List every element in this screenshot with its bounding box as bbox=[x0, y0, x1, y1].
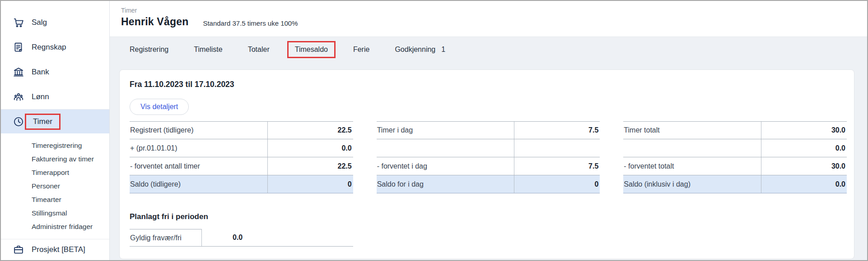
planned-leave-heading: Planlagt fri i perioden bbox=[130, 212, 847, 221]
app-window: SalgRegnskapBankLønn Timer Timeregistrer… bbox=[0, 0, 868, 261]
breadcrumb: Timer bbox=[121, 7, 188, 14]
period-title: Fra 11.10.2023 til 17.10.2023 bbox=[130, 80, 847, 89]
balance-tables: Registrert (tidligere)22.5+ (pr.01.01.01… bbox=[130, 121, 847, 193]
clock-icon bbox=[12, 115, 24, 128]
table-row: Registrert (tidligere)22.5 bbox=[130, 121, 353, 139]
sidebar-sub-items: TimeregistreringFakturering av timerTime… bbox=[1, 139, 109, 234]
sidebar-item-prosjekt[interactable]: Prosjekt [BETA] bbox=[1, 239, 109, 260]
sidebar: SalgRegnskapBankLønn Timer Timeregistrer… bbox=[1, 1, 110, 260]
row-value: 22.5 bbox=[267, 122, 353, 139]
sidebar-subitem-administrer-fridager[interactable]: Administrer fridager bbox=[1, 220, 109, 234]
timesaldo-card: Fra 11.10.2023 til 17.10.2023 Vis detalj… bbox=[119, 69, 854, 259]
row-label bbox=[623, 139, 761, 157]
table-row: Gyldig fravær/fri 0.0 bbox=[130, 229, 353, 247]
saldo-row: Saldo (tidligere)0 bbox=[130, 175, 353, 193]
sidebar-item-label: Prosjekt [BETA] bbox=[32, 245, 85, 254]
tab-ferie[interactable]: Ferie bbox=[353, 46, 369, 54]
table-row: - forventet i dag7.5 bbox=[377, 157, 600, 175]
row-label: Saldo (tidligere) bbox=[130, 175, 267, 193]
title-block: Timer Henrik Vågen bbox=[121, 7, 188, 28]
sidebar-item-l-nn[interactable]: Lønn bbox=[1, 84, 109, 109]
planned-leave-table: Gyldig fravær/fri 0.0 bbox=[130, 229, 353, 247]
main-area: Timer Henrik Vågen Standard 37.5 timers … bbox=[110, 1, 867, 260]
tab-label: Timesaldo bbox=[295, 46, 328, 53]
row-value: 0.0 bbox=[761, 175, 847, 193]
sidebar-subitem-timearter[interactable]: Timearter bbox=[1, 193, 109, 206]
tab-label: Godkjenning bbox=[395, 46, 435, 53]
row-label: - forventet totalt bbox=[623, 157, 761, 175]
sidebar-item-label: Timer bbox=[33, 117, 52, 126]
sidebar-subitem-personer[interactable]: Personer bbox=[1, 179, 109, 193]
sidebar-subitem-timeregistrering[interactable]: Timeregistrering bbox=[1, 139, 109, 152]
row-label: Gyldig fravær/fri bbox=[130, 229, 202, 246]
tab-label: Totaler bbox=[248, 46, 270, 53]
row-label: Registrert (tidligere) bbox=[130, 122, 267, 139]
briefcase-icon bbox=[12, 244, 24, 256]
table-row: Timer totalt30.0 bbox=[623, 121, 847, 139]
row-label: Saldo (inklusiv i dag) bbox=[623, 175, 761, 193]
row-label: + (pr.01.01.01) bbox=[130, 139, 267, 157]
row-value: 0.0 bbox=[202, 229, 243, 246]
row-value bbox=[514, 139, 600, 157]
balance-table-2: Timer i dag7.5- forventet i dag7.5Saldo … bbox=[377, 121, 600, 193]
page-header: Timer Henrik Vågen Standard 37.5 timers … bbox=[110, 1, 867, 37]
tab-totaler[interactable]: Totaler bbox=[248, 46, 270, 54]
sidebar-item-label: Bank bbox=[32, 68, 49, 77]
table-row: Timer i dag7.5 bbox=[377, 121, 600, 139]
sidebar-subitem-stillingsmal[interactable]: Stillingsmal bbox=[1, 206, 109, 220]
balance-table-1: Registrert (tidligere)22.5+ (pr.01.01.01… bbox=[130, 121, 353, 193]
sidebar-subitem-fakturering-av-timer[interactable]: Fakturering av timer bbox=[1, 152, 109, 166]
row-value: 30.0 bbox=[761, 122, 847, 139]
tab-label: Ferie bbox=[353, 46, 369, 53]
employment-standard-text: Standard 37.5 timers uke 100% bbox=[203, 19, 298, 27]
sidebar-item-regnskap[interactable]: Regnskap bbox=[1, 35, 109, 60]
sidebar-item-label: Regnskap bbox=[32, 43, 66, 52]
row-label: Timer i dag bbox=[377, 122, 514, 139]
table-row: + (pr.01.01.01)0.0 bbox=[130, 139, 353, 157]
row-value: 7.5 bbox=[514, 122, 600, 139]
table-row: 0.0 bbox=[623, 139, 847, 157]
tab-timeliste[interactable]: Timeliste bbox=[194, 46, 222, 54]
saldo-row: Saldo (inklusiv i dag)0.0 bbox=[623, 175, 847, 193]
sidebar-item-salg[interactable]: Salg bbox=[1, 10, 109, 35]
tab-label: Timeliste bbox=[194, 46, 222, 53]
row-value: 0 bbox=[267, 175, 353, 193]
tab-godkjenning[interactable]: Godkjenning1 bbox=[395, 46, 445, 54]
tab-label: Registrering bbox=[130, 46, 168, 53]
sidebar-main-items: SalgRegnskapBankLønn bbox=[1, 10, 109, 109]
annotation-box-timer: Timer bbox=[25, 114, 61, 130]
balance-table-3: Timer totalt30.00.0- forventet totalt30.… bbox=[623, 121, 847, 193]
cart-icon bbox=[12, 16, 24, 28]
row-value: 0.0 bbox=[267, 139, 353, 157]
sidebar-item-timer[interactable]: Timer bbox=[1, 110, 109, 133]
table-row: - forventet totalt30.0 bbox=[623, 157, 847, 175]
tab-count-badge: 1 bbox=[441, 46, 445, 53]
tab-registrering[interactable]: Registrering bbox=[130, 46, 168, 54]
bank-icon bbox=[12, 66, 24, 78]
row-label: Timer totalt bbox=[623, 122, 761, 139]
row-label: - forventet i dag bbox=[377, 157, 514, 175]
table-row bbox=[377, 139, 600, 157]
show-detailed-button[interactable]: Vis detaljert bbox=[130, 99, 189, 115]
tab-timesaldo[interactable]: Timesaldo bbox=[287, 41, 336, 58]
row-value: 22.5 bbox=[267, 157, 353, 175]
page-title: Henrik Vågen bbox=[121, 16, 188, 28]
ledger-icon bbox=[12, 41, 24, 53]
table-row: - forventet antall timer22.5 bbox=[130, 157, 353, 175]
sidebar-subitem-timerapport[interactable]: Timerapport bbox=[1, 166, 109, 179]
tab-bar: RegistreringTimelisteTotalerTimesaldoFer… bbox=[110, 37, 867, 62]
sidebar-item-label: Salg bbox=[32, 18, 47, 27]
row-value: 0 bbox=[514, 175, 600, 193]
row-value: 0.0 bbox=[761, 139, 847, 157]
sidebar-item-label: Lønn bbox=[32, 92, 49, 101]
saldo-row: Saldo for i dag0 bbox=[377, 175, 600, 193]
sidebar-item-bank[interactable]: Bank bbox=[1, 60, 109, 84]
row-label: Saldo for i dag bbox=[377, 175, 514, 193]
row-value: 30.0 bbox=[761, 157, 847, 175]
people-icon bbox=[12, 91, 24, 103]
row-value: 7.5 bbox=[514, 157, 600, 175]
row-label bbox=[377, 139, 514, 157]
row-label: - forventet antall timer bbox=[130, 157, 267, 175]
